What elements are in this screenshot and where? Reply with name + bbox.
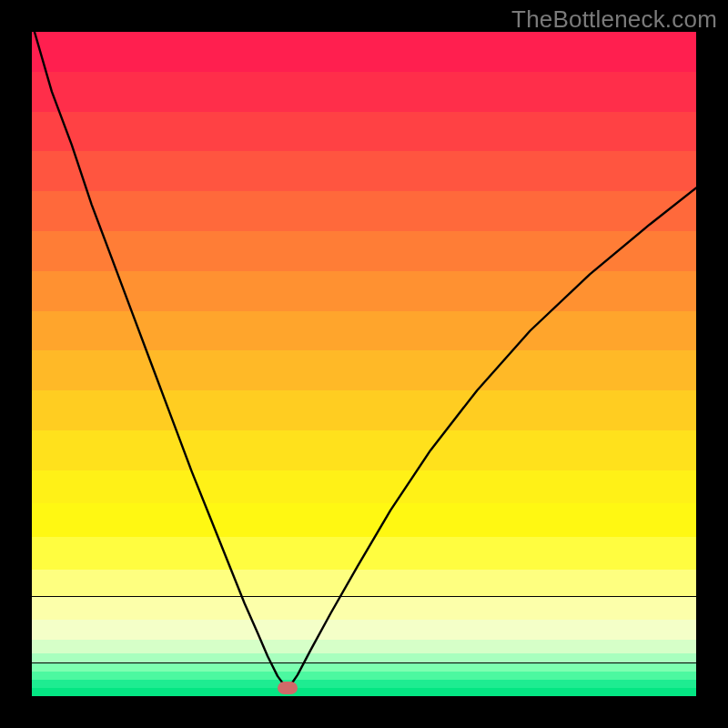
watermark-text: TheBottleneck.com: [511, 5, 717, 34]
optimum-marker: [278, 682, 298, 694]
bottleneck-curve: [32, 32, 696, 696]
chart-frame: TheBottleneck.com: [0, 0, 728, 728]
plot-area: [32, 32, 696, 696]
